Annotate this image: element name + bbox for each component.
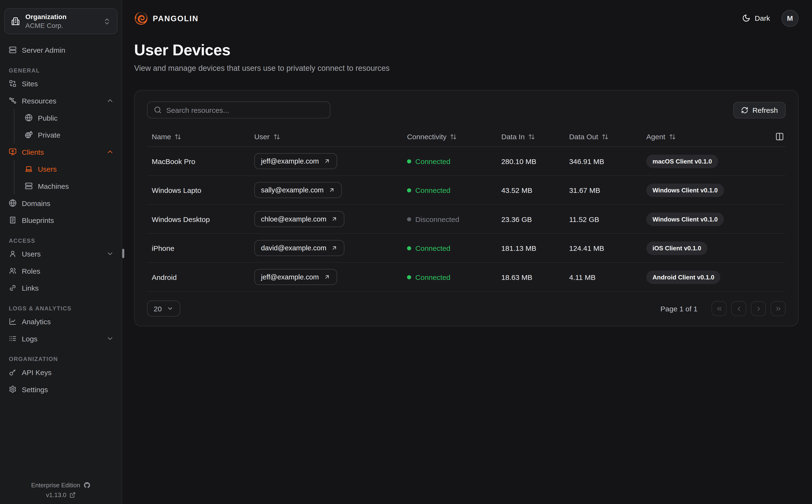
column-header-name[interactable]: Name bbox=[147, 132, 254, 141]
data-in: 23.36 GB bbox=[501, 215, 569, 223]
chevron-down-icon bbox=[106, 335, 114, 343]
status-dot-icon bbox=[407, 246, 411, 250]
user-email: jeff@example.com bbox=[261, 273, 319, 281]
column-header-agent[interactable]: Agent bbox=[646, 132, 786, 141]
sort-icon bbox=[602, 133, 608, 140]
sidebar-item-label: Machines bbox=[38, 182, 69, 190]
globe-icon bbox=[9, 199, 17, 207]
logs-icon bbox=[9, 335, 17, 343]
sidebar-section-organization: ORGANIZATION bbox=[0, 356, 122, 362]
last-page-button[interactable] bbox=[771, 301, 786, 316]
user-email: sally@example.com bbox=[261, 186, 324, 194]
device-name: Android bbox=[147, 273, 254, 281]
user-link-button[interactable]: chloe@example.com bbox=[254, 211, 344, 227]
globe-icon bbox=[25, 114, 33, 122]
user-link-button[interactable]: sally@example.com bbox=[254, 182, 342, 198]
data-in: 181.13 MB bbox=[501, 244, 569, 252]
agent-badge: Windows Client v0.1.0 bbox=[646, 212, 724, 226]
device-name: Windows Desktop bbox=[147, 215, 254, 223]
topbar: PANGOLIN Dark M bbox=[122, 0, 812, 36]
sidebar-resize-handle[interactable] bbox=[122, 249, 124, 258]
sidebar-item-sites[interactable]: Sites bbox=[0, 75, 122, 92]
sidebar-nav: Server Admin GENERAL Sites Resources Pub… bbox=[0, 41, 122, 398]
sort-icon bbox=[273, 133, 280, 140]
connectivity-status: Disconnected bbox=[407, 215, 501, 223]
user-email: david@example.com bbox=[261, 244, 327, 252]
data-out: 11.52 GB bbox=[569, 215, 646, 223]
sidebar-item-api-keys[interactable]: API Keys bbox=[0, 364, 122, 381]
next-page-button[interactable] bbox=[751, 301, 766, 316]
table-row: Android jeff@example.com Connected 18.63… bbox=[147, 263, 786, 292]
sidebar-item-settings[interactable]: Settings bbox=[0, 381, 122, 398]
device-name: iPhone bbox=[147, 244, 254, 252]
server-icon bbox=[9, 46, 17, 54]
sidebar-item-server-admin[interactable]: Server Admin bbox=[0, 41, 122, 59]
first-page-button[interactable] bbox=[712, 301, 727, 316]
status-label: Connected bbox=[415, 186, 450, 194]
column-header-data-in[interactable]: Data In bbox=[501, 132, 569, 141]
column-header-user[interactable]: User bbox=[254, 132, 407, 141]
page-header: User Devices View and manage devices tha… bbox=[122, 36, 812, 72]
sidebar-item-blueprints[interactable]: Blueprints bbox=[0, 211, 122, 229]
column-header-connectivity[interactable]: Connectivity bbox=[407, 132, 501, 141]
monitor-up-icon bbox=[9, 148, 17, 156]
organization-icon bbox=[11, 16, 20, 26]
sidebar-item-analytics[interactable]: Analytics bbox=[0, 313, 122, 330]
avatar-initial: M bbox=[787, 14, 793, 22]
refresh-button[interactable]: Refresh bbox=[733, 102, 786, 118]
search-input[interactable] bbox=[166, 106, 324, 114]
previous-page-button[interactable] bbox=[731, 301, 746, 316]
chevrons-right-icon bbox=[775, 305, 782, 312]
sidebar-item-users[interactable]: Users bbox=[0, 245, 122, 262]
user-link-button[interactable]: jeff@example.com bbox=[254, 269, 337, 285]
sort-icon bbox=[669, 133, 676, 140]
chevrons-up-down-icon bbox=[103, 17, 111, 25]
theme-toggle[interactable]: Dark bbox=[742, 14, 770, 22]
sidebar-item-client-users[interactable]: Users bbox=[15, 160, 122, 178]
chevron-down-icon bbox=[106, 250, 114, 258]
sort-icon bbox=[450, 133, 457, 140]
user-icon bbox=[9, 250, 17, 258]
status-dot-icon bbox=[407, 159, 411, 163]
user-link-button[interactable]: jeff@example.com bbox=[254, 153, 337, 169]
sidebar-item-domains[interactable]: Domains bbox=[0, 195, 122, 212]
laptop-icon bbox=[25, 165, 33, 173]
search-icon bbox=[154, 106, 161, 114]
table-toolbar: Refresh bbox=[147, 101, 786, 118]
sidebar-item-logs[interactable]: Logs bbox=[0, 330, 122, 347]
sidebar-item-clients[interactable]: Clients bbox=[0, 143, 122, 160]
brand-name: PANGOLIN bbox=[153, 14, 198, 22]
sidebar-item-public[interactable]: Public bbox=[15, 109, 122, 126]
brand[interactable]: PANGOLIN bbox=[134, 11, 198, 25]
avatar[interactable]: M bbox=[781, 10, 799, 27]
blueprints-icon bbox=[9, 216, 17, 224]
sort-icon bbox=[528, 133, 535, 140]
page-size-select[interactable]: 20 bbox=[147, 301, 180, 317]
theme-label: Dark bbox=[755, 14, 770, 22]
sidebar-item-resources[interactable]: Resources bbox=[0, 92, 122, 109]
version-label: v1.13.0 bbox=[46, 492, 66, 499]
arrow-up-right-icon bbox=[328, 187, 335, 193]
user-link-button[interactable]: david@example.com bbox=[254, 240, 344, 256]
sidebar-item-machines[interactable]: Machines bbox=[15, 177, 122, 195]
external-link-icon[interactable] bbox=[69, 492, 76, 498]
server-icon bbox=[25, 182, 33, 190]
chevron-right-icon bbox=[755, 305, 762, 312]
status-dot-icon bbox=[407, 188, 411, 192]
github-icon[interactable] bbox=[83, 482, 90, 489]
sidebar-item-links[interactable]: Links bbox=[0, 279, 122, 297]
column-header-data-out[interactable]: Data Out bbox=[569, 132, 646, 141]
table-body: MacBook Pro jeff@example.com Connected 2… bbox=[147, 147, 786, 292]
data-in: 18.63 MB bbox=[501, 273, 569, 281]
sidebar-item-roles[interactable]: Roles bbox=[0, 262, 122, 279]
org-selector[interactable]: Organization ACME Corp. bbox=[4, 8, 117, 34]
sidebar-item-label: Resources bbox=[22, 97, 56, 105]
sidebar-item-private[interactable]: Private bbox=[15, 126, 122, 143]
column-visibility-button[interactable] bbox=[774, 131, 785, 142]
sidebar-item-label: Domains bbox=[22, 199, 50, 207]
table-row: Windows Lapto sally@example.com Connecte… bbox=[147, 176, 786, 205]
org-selector-label: Organization bbox=[25, 13, 98, 21]
chevrons-left-icon bbox=[715, 305, 723, 312]
sidebar-section-logs-analytics: LOGS & ANALYTICS bbox=[0, 305, 122, 311]
chart-line-icon bbox=[9, 318, 17, 325]
